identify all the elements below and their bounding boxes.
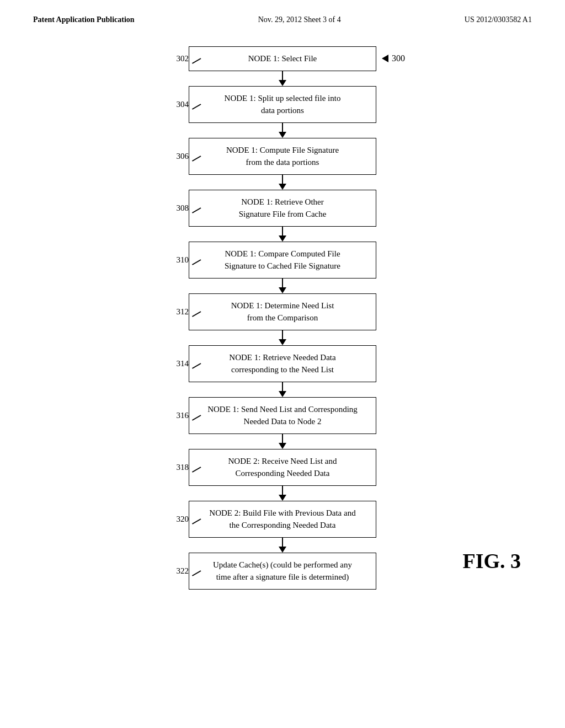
node-row: 308NODE 1: Retrieve Other Signature File… bbox=[0, 190, 565, 227]
arrow-down-icon bbox=[279, 443, 286, 449]
connector-line bbox=[282, 71, 283, 80]
ref-number-306: 306 bbox=[177, 152, 189, 161]
header-date: Nov. 29, 2012 Sheet 3 of 4 bbox=[258, 15, 341, 24]
node-box-320: NODE 2: Build File with Previous Data an… bbox=[189, 501, 376, 538]
ref-number-316: 316 bbox=[177, 411, 189, 420]
callout-arrow-icon bbox=[382, 55, 388, 62]
arrow-down-icon bbox=[279, 235, 286, 242]
ref-number-312: 312 bbox=[177, 307, 189, 317]
callout-label: 300 bbox=[392, 53, 405, 63]
node-box-310: NODE 1: Compare Computed File Signature … bbox=[189, 242, 376, 279]
connector-line bbox=[282, 330, 283, 339]
node-row: 302NODE 1: Select File300 bbox=[0, 46, 565, 71]
node-box-314: NODE 1: Retrieve Needed Data correspondi… bbox=[189, 345, 376, 382]
node-row: 316NODE 1: Send Need List and Correspond… bbox=[0, 397, 565, 434]
page-header: Patent Application Publication Nov. 29, … bbox=[0, 0, 565, 24]
connector-line bbox=[282, 382, 283, 391]
node-row: 314NODE 1: Retrieve Needed Data correspo… bbox=[0, 345, 565, 382]
node-box-302: NODE 1: Select File bbox=[189, 46, 376, 71]
ref-number-308: 308 bbox=[177, 204, 189, 213]
arrow-down-icon bbox=[279, 287, 286, 293]
node-box-322: Update Cache(s) (could be performed any … bbox=[189, 553, 376, 590]
connector-line bbox=[282, 538, 283, 547]
node-row: 304NODE 1: Split up selected file into d… bbox=[0, 86, 565, 123]
connector-line bbox=[282, 434, 283, 443]
arrow-down-icon bbox=[279, 132, 286, 138]
arrow-down-icon bbox=[279, 80, 286, 86]
header-patent: US 2012/0303582 A1 bbox=[465, 15, 532, 24]
ref-number-320: 320 bbox=[177, 515, 189, 524]
ref-number-304: 304 bbox=[177, 100, 189, 109]
connector-line bbox=[282, 123, 283, 132]
ref-number-318: 318 bbox=[177, 463, 189, 472]
diagram: 302NODE 1: Select File300304NODE 1: Spli… bbox=[0, 46, 565, 590]
node-row: 318NODE 2: Receive Need List and Corresp… bbox=[0, 449, 565, 486]
arrow-down-icon bbox=[279, 391, 286, 397]
node-box-316: NODE 1: Send Need List and Corresponding… bbox=[189, 397, 376, 434]
arrow-down-icon bbox=[279, 547, 286, 553]
node-row: 312NODE 1: Determine Need List from the … bbox=[0, 293, 565, 330]
connector-line bbox=[282, 175, 283, 184]
connector-line bbox=[282, 486, 283, 495]
node-box-308: NODE 1: Retrieve Other Signature File fr… bbox=[189, 190, 376, 227]
node-row: 306NODE 1: Compute File Signature from t… bbox=[0, 138, 565, 175]
arrow-down-icon bbox=[279, 495, 286, 501]
arrow-down-icon bbox=[279, 184, 286, 190]
node-row: 320NODE 2: Build File with Previous Data… bbox=[0, 501, 565, 538]
node-box-312: NODE 1: Determine Need List from the Com… bbox=[189, 293, 376, 330]
figure-label: FIG. 3 bbox=[462, 549, 521, 573]
node-box-304: NODE 1: Split up selected file into data… bbox=[189, 86, 376, 123]
flow-chart: 302NODE 1: Select File300304NODE 1: Spli… bbox=[0, 46, 565, 590]
header-publisher: Patent Application Publication bbox=[33, 15, 135, 24]
connector-line bbox=[282, 279, 283, 287]
ref-number-314: 314 bbox=[177, 359, 189, 368]
ref-number-310: 310 bbox=[177, 255, 189, 265]
ref-number-302: 302 bbox=[177, 54, 189, 63]
node-box-318: NODE 2: Receive Need List and Correspond… bbox=[189, 449, 376, 486]
node-box-306: NODE 1: Compute File Signature from the … bbox=[189, 138, 376, 175]
connector-line bbox=[282, 227, 283, 235]
node-row: 310NODE 1: Compare Computed File Signatu… bbox=[0, 242, 565, 279]
ref-number-322: 322 bbox=[177, 566, 189, 576]
callout-300: 300 bbox=[382, 53, 405, 63]
arrow-down-icon bbox=[279, 339, 286, 345]
